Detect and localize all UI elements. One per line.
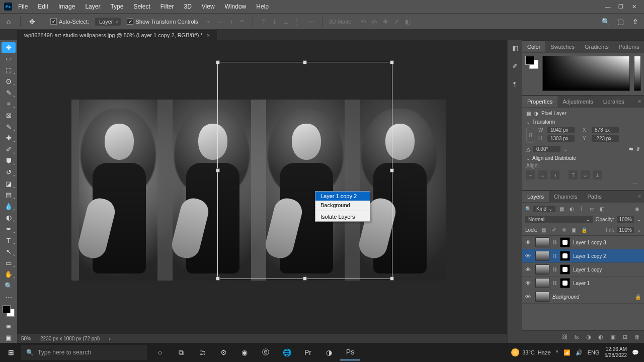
share-icon[interactable]: ⇪ xyxy=(630,16,641,27)
distribute-v-icon[interactable]: ⋮ xyxy=(292,17,301,26)
eyedropper-tool[interactable]: ✎▸ xyxy=(2,122,16,132)
paragraph-panel-icon[interactable]: ¶ xyxy=(511,79,520,88)
healing-tool[interactable]: ✚▸ xyxy=(2,133,16,144)
frame-tool[interactable]: ⊠ xyxy=(2,110,16,121)
eraser-tool[interactable]: ◪▸ xyxy=(2,178,16,189)
workspace-icon[interactable]: ▢ xyxy=(615,16,626,27)
visibility-icon[interactable]: 👁 xyxy=(525,280,532,286)
visibility-icon[interactable]: 👁 xyxy=(525,253,532,259)
auto-select-scope[interactable]: Layer xyxy=(95,18,121,26)
align-middle-icon[interactable]: ⫝ xyxy=(581,170,590,179)
mask-thumbnail[interactable] xyxy=(560,264,570,275)
gradient-tool[interactable]: ▤▸ xyxy=(2,190,16,201)
tab-libraries[interactable]: Libraries xyxy=(598,96,629,107)
tab-adjustments[interactable]: Adjustments xyxy=(557,96,598,107)
menu-file[interactable]: File xyxy=(14,1,32,12)
minimize-button[interactable]: — xyxy=(602,2,614,11)
history-brush-tool[interactable]: ↺▸ xyxy=(2,167,16,177)
layer-mask-icon[interactable]: ◑ xyxy=(585,333,593,341)
group-icon[interactable]: ▣ xyxy=(609,333,617,341)
new-layer-icon[interactable]: ⊞ xyxy=(621,333,629,341)
tab-gradients[interactable]: Gradients xyxy=(580,41,614,52)
layer-thumbnail[interactable] xyxy=(535,251,549,261)
menu-edit[interactable]: Edit xyxy=(34,1,52,12)
move-tool-icon[interactable]: ✥ xyxy=(27,16,38,27)
filter-shape-icon[interactable]: ▭ xyxy=(588,205,596,213)
align-section-header[interactable]: Align and Distribute xyxy=(526,155,640,161)
layer-name[interactable]: Layer 1 xyxy=(573,281,641,286)
layer-name[interactable]: Layer 1 copy xyxy=(573,267,641,273)
obs-icon[interactable]: ◑ xyxy=(319,344,339,360)
delete-layer-icon[interactable]: 🗑 xyxy=(633,333,641,341)
layer-thumbnail[interactable] xyxy=(535,292,549,302)
height-field[interactable]: 1303 px xyxy=(547,135,575,142)
tab-color[interactable]: Color xyxy=(522,41,545,52)
transform-section-header[interactable]: Transform xyxy=(526,119,640,125)
menu-layer[interactable]: Layer xyxy=(81,1,104,12)
start-button[interactable]: ⊞ xyxy=(2,344,20,360)
fill-field[interactable]: 100% xyxy=(617,227,634,233)
tab-layers[interactable]: Layers xyxy=(522,191,549,202)
artboard-tool[interactable]: ▭ xyxy=(2,54,16,64)
layer-style-icon[interactable]: fx xyxy=(573,333,581,341)
mask-thumbnail[interactable] xyxy=(560,251,570,261)
opacity-field[interactable]: 100% xyxy=(617,216,634,223)
menu-view[interactable]: View xyxy=(198,1,219,12)
fill-dropdown-icon[interactable]: ⌄ xyxy=(637,227,641,233)
layer-name[interactable]: Layer 1 copy 2 xyxy=(573,253,641,259)
lock-position-icon[interactable]: ✥ xyxy=(560,226,568,233)
notification-icon[interactable]: 💬 xyxy=(632,349,639,356)
tab-properties[interactable]: Properties xyxy=(522,96,557,107)
brush-panel-icon[interactable]: ✐ xyxy=(511,61,520,70)
filter-smart-icon[interactable]: ◧ xyxy=(598,205,606,213)
layer-row[interactable]: 👁 ⛓ Layer 1 copy 3 xyxy=(522,236,644,249)
screen-mode-icon[interactable]: ▣ xyxy=(2,332,16,343)
lock-icon[interactable]: 🔒 xyxy=(635,294,641,300)
menu-select[interactable]: Select xyxy=(129,1,154,12)
cortana-icon[interactable]: ○ xyxy=(150,344,170,360)
dodge-tool[interactable]: ◐▸ xyxy=(2,213,16,223)
layer-thumbnail[interactable] xyxy=(535,278,549,288)
menu-image[interactable]: Image xyxy=(54,1,79,12)
align-top-icon[interactable]: ⊤ xyxy=(259,17,268,26)
lasso-tool[interactable]: ʘ▸ xyxy=(2,76,16,87)
layer-thumbnail[interactable] xyxy=(535,237,549,247)
opacity-dropdown-icon[interactable]: ⌄ xyxy=(637,217,641,222)
type-tool[interactable]: T▸ xyxy=(2,235,16,246)
edge-icon[interactable]: ⓔ xyxy=(256,344,276,360)
menu-type[interactable]: Type xyxy=(106,1,127,12)
tab-paths[interactable]: Paths xyxy=(583,191,607,202)
link-wh-icon[interactable]: ⛓ xyxy=(526,128,534,143)
home-icon[interactable]: ⌂ xyxy=(3,16,14,27)
align-right-icon[interactable]: ⫞ xyxy=(226,17,235,26)
width-field[interactable]: 1042 px xyxy=(547,127,575,133)
blend-mode-select[interactable]: Normal⌄ xyxy=(525,216,593,223)
align-center-h-icon[interactable]: ⫠ xyxy=(538,170,547,179)
pen-tool[interactable]: ✒▸ xyxy=(2,224,16,234)
canvas-area[interactable]: Layer 1 copy 2 Background Isolate Layers… xyxy=(17,40,507,343)
zoom-tool[interactable]: 🔍 xyxy=(2,281,16,291)
search-icon[interactable]: 🔍 xyxy=(525,206,531,212)
lock-artboard-icon[interactable]: ▣ xyxy=(571,226,578,233)
layer-row[interactable]: 👁 ⛓ Layer 1 xyxy=(522,277,644,290)
close-button[interactable]: ✕ xyxy=(628,2,640,11)
color-swatch-fb[interactable] xyxy=(525,56,538,69)
context-menu-item[interactable]: Layer 1 copy 2 xyxy=(315,192,370,201)
adjustment-layer-icon[interactable]: ◐ xyxy=(597,333,605,341)
menu-3d[interactable]: 3D xyxy=(180,1,195,12)
move-tool[interactable]: ✥▸ xyxy=(2,42,16,53)
filter-type-icon[interactable]: T xyxy=(578,205,586,213)
history-panel-icon[interactable]: ◧ xyxy=(511,43,520,52)
tray-expand-icon[interactable]: ^ xyxy=(555,349,558,355)
align-top-icon[interactable]: ⊤ xyxy=(569,170,578,179)
document-info[interactable]: 2230 px x 1080 px (72 ppi) xyxy=(40,336,100,341)
transform-handle[interactable] xyxy=(303,60,307,64)
filter-pixel-icon[interactable]: ▦ xyxy=(557,205,566,213)
menu-help[interactable]: Help xyxy=(252,1,273,12)
mask-thumbnail[interactable] xyxy=(560,278,570,288)
path-select-tool[interactable]: ↖▸ xyxy=(2,246,16,257)
flip-vertical-icon[interactable]: ⇵ xyxy=(636,146,640,152)
marquee-tool[interactable]: ⬚▸ xyxy=(2,65,16,75)
layer-row[interactable]: 👁 ⛓ Layer 1 copy xyxy=(522,263,644,277)
foreground-color-swatch[interactable] xyxy=(3,305,11,313)
